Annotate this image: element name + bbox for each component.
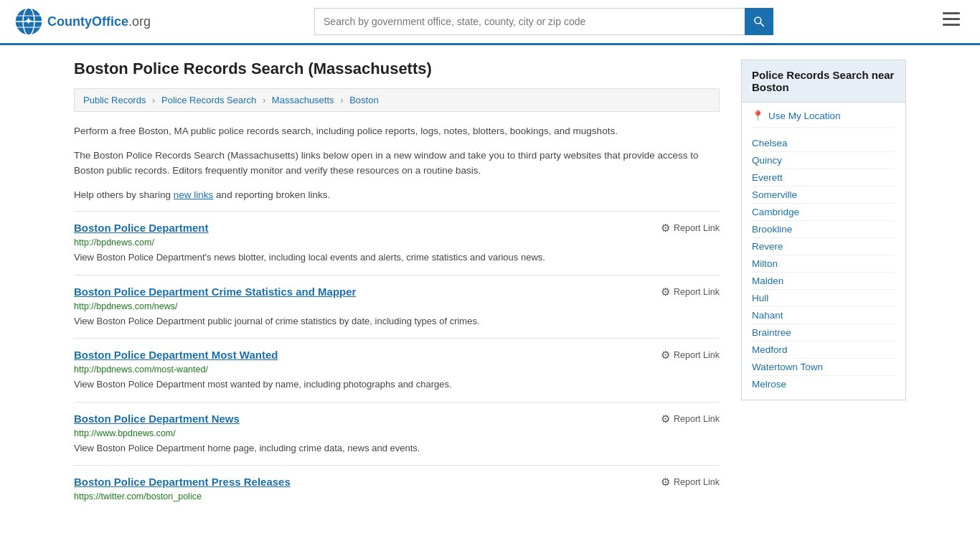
record-url-4[interactable]: https://twitter.com/boston_police	[74, 491, 720, 501]
record-url-1[interactable]: http://bpdnews.com/news/	[74, 301, 720, 311]
report-icon-0: ⚙	[661, 222, 670, 235]
report-link-btn-0[interactable]: ⚙ Report Link	[661, 222, 720, 235]
records-list: Boston Police Department ⚙ Report Link h…	[74, 211, 720, 514]
hamburger-menu-button[interactable]	[937, 9, 966, 34]
record-item: Boston Police Department Most Wanted ⚙ R…	[74, 338, 720, 402]
report-link-btn-1[interactable]: ⚙ Report Link	[661, 286, 720, 298]
record-title-3[interactable]: Boston Police Department News	[74, 413, 240, 425]
description-2: The Boston Police Records Search (Massac…	[74, 148, 720, 179]
record-url-2[interactable]: http://bpdnews.com/most-wanted/	[74, 364, 720, 375]
record-desc-1: View Boston Police Department public jou…	[74, 314, 720, 329]
sidebar-city-somerville[interactable]: Somerville	[752, 187, 895, 204]
svg-rect-10	[943, 18, 960, 20]
search-button[interactable]	[745, 8, 773, 35]
logo-icon: ✦	[14, 7, 43, 36]
sidebar-city-hull[interactable]: Hull	[752, 290, 895, 307]
location-pin-icon: 📍	[752, 110, 764, 121]
record-item: Boston Police Department Crime Statistic…	[74, 275, 720, 339]
svg-text:✦: ✦	[24, 16, 32, 27]
sidebar-city-braintree[interactable]: Braintree	[752, 324, 895, 342]
sidebar-city-medford[interactable]: Medford	[752, 342, 895, 359]
use-my-location[interactable]: 📍 Use My Location	[752, 110, 895, 128]
logo-text: CountyOffice.org	[47, 14, 151, 29]
report-icon-1: ⚙	[661, 286, 670, 298]
record-title-1[interactable]: Boston Police Department Crime Statistic…	[74, 286, 356, 298]
record-title-2[interactable]: Boston Police Department Most Wanted	[74, 349, 278, 361]
new-links-link[interactable]: new links	[174, 189, 214, 200]
sidebar-city-chelsea[interactable]: Chelsea	[752, 135, 895, 152]
sidebar-body: 📍 Use My Location ChelseaQuincyEverettSo…	[741, 103, 906, 400]
main-layout: Boston Police Records Search (Massachuse…	[60, 45, 920, 529]
search-area	[314, 8, 773, 35]
record-title-4[interactable]: Boston Police Department Press Releases	[74, 476, 291, 488]
content-area: Boston Police Records Search (Massachuse…	[74, 60, 720, 514]
sidebar-city-quincy[interactable]: Quincy	[752, 152, 895, 169]
record-desc-2: View Boston Police Department most wante…	[74, 377, 720, 392]
report-icon-3: ⚙	[661, 413, 670, 425]
record-url-0[interactable]: http://bpdnews.com/	[74, 237, 720, 248]
record-url-3[interactable]: http://www.bpdnews.com/	[74, 428, 720, 438]
record-desc-3: View Boston Police Department home page,…	[74, 441, 720, 456]
search-icon	[753, 16, 765, 27]
breadcrumb-massachusetts[interactable]: Massachusetts	[272, 95, 334, 105]
record-desc-0: View Boston Police Department's news blo…	[74, 250, 720, 265]
sidebar-city-revere[interactable]: Revere	[752, 238, 895, 255]
sidebar-city-cambridge[interactable]: Cambridge	[752, 204, 895, 221]
record-item: Boston Police Department ⚙ Report Link h…	[74, 211, 720, 275]
search-input[interactable]	[314, 8, 745, 35]
svg-rect-9	[943, 12, 960, 14]
sidebar-city-malden[interactable]: Malden	[752, 273, 895, 290]
sidebar-city-nahant[interactable]: Nahant	[752, 307, 895, 324]
logo-area: ✦ CountyOffice.org	[14, 7, 151, 36]
report-link-btn-4[interactable]: ⚙ Report Link	[661, 476, 720, 489]
breadcrumb: Public Records › Police Records Search ›…	[74, 88, 720, 112]
record-item: Boston Police Department News ⚙ Report L…	[74, 402, 720, 466]
description-1: Perform a free Boston, MA public police …	[74, 123, 720, 139]
sidebar-links: ChelseaQuincyEverettSomervilleCambridgeB…	[752, 135, 895, 392]
breadcrumb-public-records[interactable]: Public Records	[83, 95, 146, 105]
page-title: Boston Police Records Search (Massachuse…	[74, 60, 720, 78]
description-3: Help others by sharing new links and rep…	[74, 187, 720, 203]
sidebar-city-watertown-town[interactable]: Watertown Town	[752, 359, 895, 376]
sidebar-city-milton[interactable]: Milton	[752, 255, 895, 273]
breadcrumb-police-records[interactable]: Police Records Search	[161, 95, 256, 105]
breadcrumb-boston[interactable]: Boston	[349, 95, 378, 105]
svg-line-8	[760, 23, 763, 26]
report-icon-2: ⚙	[661, 349, 670, 362]
sidebar-city-everett[interactable]: Everett	[752, 169, 895, 187]
site-header: ✦ CountyOffice.org	[0, 0, 980, 45]
sidebar-header: Police Records Search near Boston	[741, 60, 906, 103]
sidebar-city-brookline[interactable]: Brookline	[752, 221, 895, 238]
report-link-btn-2[interactable]: ⚙ Report Link	[661, 349, 720, 362]
record-item: Boston Police Department Press Releases …	[74, 465, 720, 514]
hamburger-icon	[943, 12, 960, 27]
record-title-0[interactable]: Boston Police Department	[74, 222, 209, 234]
sidebar: Police Records Search near Boston 📍 Use …	[741, 60, 906, 514]
svg-rect-11	[943, 24, 960, 26]
report-link-btn-3[interactable]: ⚙ Report Link	[661, 413, 720, 425]
sidebar-city-melrose[interactable]: Melrose	[752, 376, 895, 392]
report-icon-4: ⚙	[661, 476, 670, 489]
